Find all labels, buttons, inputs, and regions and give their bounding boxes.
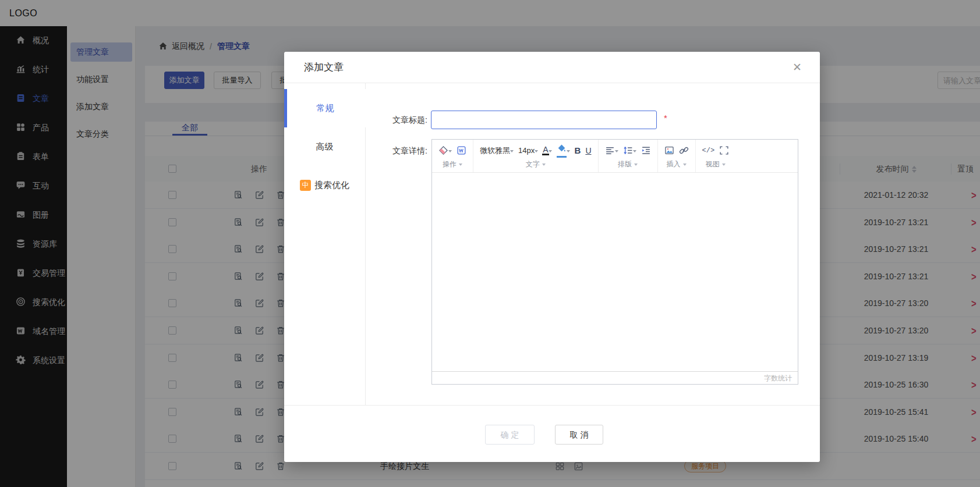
modal-tab-advanced[interactable]: 高级 — [284, 127, 365, 166]
article-title-label: 文章标题: — [382, 111, 427, 129]
insert-link-icon[interactable] — [679, 145, 689, 155]
word-count-label[interactable]: 字数统计 — [764, 374, 792, 382]
confirm-button[interactable]: 确 定 — [485, 425, 535, 445]
article-detail-label: 文章详情: — [382, 141, 427, 160]
editor-statusbar: 字数统计 — [432, 371, 798, 385]
cancel-button[interactable]: 取 消 — [555, 425, 603, 445]
bold-button[interactable]: B — [575, 145, 581, 155]
modal-footer: 确 定 取 消 — [284, 405, 820, 462]
modal-tab-list: 常规 高级 中搜索优化 — [284, 83, 366, 405]
toolbar-label-insert[interactable]: 插入 — [664, 158, 689, 170]
editor-toolbar: 操作 微软雅黑 14px A B U 文字 — [432, 140, 798, 173]
bg-color-icon[interactable] — [557, 144, 570, 158]
toolbar-group-layout: 排版 — [599, 140, 658, 172]
modal-header: 添加文章 ✕ — [284, 52, 820, 83]
rich-text-editor: 操作 微软雅黑 14px A B U 文字 — [431, 139, 798, 385]
modal-title: 添加文章 — [304, 52, 344, 83]
underline-button[interactable]: U — [585, 146, 591, 155]
align-icon[interactable] — [605, 145, 618, 155]
toolbar-label-operation[interactable]: 操作 — [438, 158, 466, 170]
font-color-icon[interactable]: A — [543, 146, 551, 155]
eraser-icon[interactable] — [438, 145, 452, 155]
add-article-modal: 添加文章 ✕ 常规 高级 中搜索优化 文章标题: * 文章详情: — [284, 52, 820, 462]
toolbar-group-text: 微软雅黑 14px A B U 文字 — [473, 140, 599, 172]
modal-body: 常规 高级 中搜索优化 文章标题: * 文章详情: — [284, 83, 820, 405]
insert-image-icon[interactable] — [664, 145, 674, 155]
word-import-icon[interactable] — [457, 145, 466, 155]
line-height-icon[interactable] — [623, 145, 636, 155]
toolbar-group-view: </> 视图 — [696, 140, 736, 172]
seo-badge: 中 — [300, 180, 311, 191]
indent-icon[interactable] — [641, 145, 651, 155]
screen: LOGO 概况统计文章产品表单互动图册资源库交易管理搜索优化域名管理系统设置 管… — [0, 0, 980, 487]
editor-content[interactable] — [432, 173, 798, 371]
fullscreen-icon[interactable] — [719, 145, 729, 155]
source-code-icon[interactable]: </> — [702, 147, 715, 155]
close-icon[interactable]: ✕ — [791, 61, 804, 74]
article-title-input[interactable] — [431, 111, 657, 129]
toolbar-group-operation: 操作 — [432, 140, 473, 172]
font-family-select[interactable]: 微软雅黑 — [480, 145, 514, 156]
toolbar-label-text[interactable]: 文字 — [480, 158, 592, 170]
toolbar-group-insert: 插入 — [658, 140, 696, 172]
toolbar-label-view[interactable]: 视图 — [702, 158, 730, 170]
toolbar-label-layout[interactable]: 排版 — [605, 158, 651, 170]
required-asterisk: * — [664, 113, 667, 123]
modal-tab-seo[interactable]: 中搜索优化 — [284, 166, 365, 204]
modal-form: 文章标题: * 文章详情: 操作 — [366, 83, 820, 405]
modal-tab-general[interactable]: 常规 — [284, 89, 366, 127]
font-size-select[interactable]: 14px — [518, 146, 538, 155]
